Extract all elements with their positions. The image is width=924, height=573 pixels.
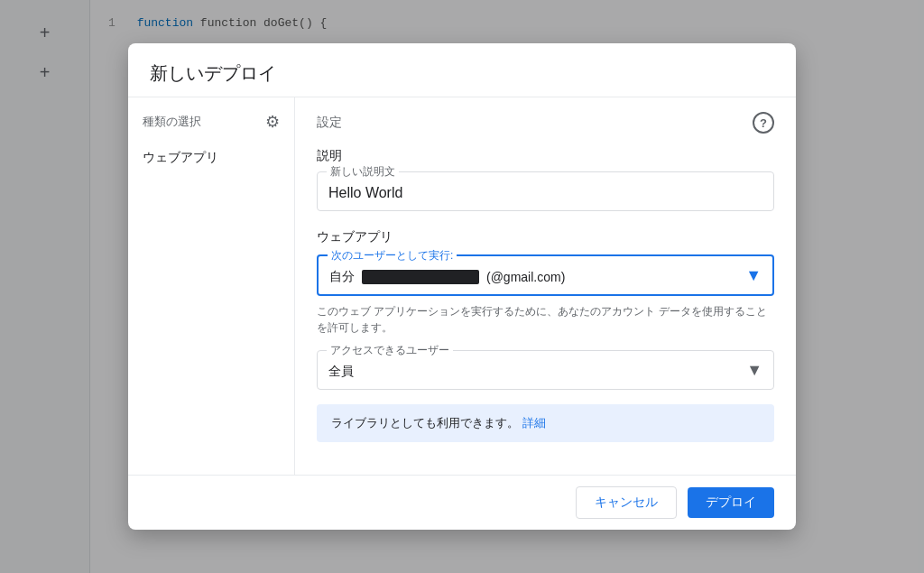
access-arrow: ▼ <box>746 361 762 380</box>
gear-icon[interactable]: ⚙ <box>265 112 280 132</box>
description-floating-label: 新しい説明文 <box>327 164 399 180</box>
sidebar-item-webapp[interactable]: ウェブアプリ <box>128 143 294 173</box>
access-value: 全員 <box>328 364 354 378</box>
left-panel: 種類の選択 ⚙ ウェブアプリ <box>128 97 295 475</box>
right-panel: 設定 ? 説明 新しい説明文 ウェブアプリ 次のユーザーとして実 <box>295 97 796 475</box>
deploy-dialog: 新しいデプロイ 種類の選択 ⚙ ウェブアプリ 設定 ? 説明 <box>128 43 796 530</box>
email-suffix: (@gmail.com) <box>486 270 565 284</box>
description-field-wrapper: 新しい説明文 <box>317 171 774 211</box>
execute-as-arrow: ▼ <box>745 266 762 285</box>
help-icon[interactable]: ? <box>753 112 774 134</box>
modal-overlay: 新しいデプロイ 種類の選択 ⚙ ウェブアプリ 設定 ? 説明 <box>0 0 924 573</box>
webapp-section-title: ウェブアプリ <box>317 229 774 245</box>
access-field-wrapper[interactable]: アクセスできるユーザー 全員 ▼ <box>317 350 774 390</box>
dialog-body: 種類の選択 ⚙ ウェブアプリ 設定 ? 説明 新しい説明文 <box>128 97 796 475</box>
access-floating-label: アクセスできるユーザー <box>327 343 453 358</box>
dialog-footer: キャンセル デプロイ <box>128 475 796 530</box>
dialog-title: 新しいデプロイ <box>150 63 276 83</box>
dialog-header: 新しいデプロイ <box>128 43 796 97</box>
execute-as-help-text: このウェブ アプリケーションを実行するために、あなたのアカウント データを使用す… <box>317 303 774 336</box>
cancel-button[interactable]: キャンセル <box>576 486 677 519</box>
execute-as-wrapper[interactable]: 次のユーザーとして実行: 自分 (@gmail.com) ▼ <box>317 254 774 296</box>
settings-label: 設定 <box>317 115 342 131</box>
info-banner-text: ライブラリとしても利用できます。 <box>331 415 519 431</box>
webapp-field-group: ウェブアプリ 次のユーザーとして実行: 自分 (@gmail.com) ▼ この… <box>317 229 774 442</box>
info-banner: ライブラリとしても利用できます。 詳細 <box>317 404 774 442</box>
execute-as-floating-label: 次のユーザーとして実行: <box>328 248 457 263</box>
info-banner-link[interactable]: 詳細 <box>522 415 546 431</box>
description-field-group: 説明 新しい説明文 <box>317 148 774 211</box>
redacted-email <box>362 270 479 284</box>
description-label: 説明 <box>317 148 774 164</box>
type-select-label: 種類の選択 <box>143 114 201 130</box>
right-panel-header: 設定 ? <box>317 112 774 134</box>
deploy-button[interactable]: デプロイ <box>688 487 774 518</box>
left-panel-header: 種類の選択 ⚙ <box>128 112 294 143</box>
execute-as-value: 自分 <box>329 269 355 285</box>
